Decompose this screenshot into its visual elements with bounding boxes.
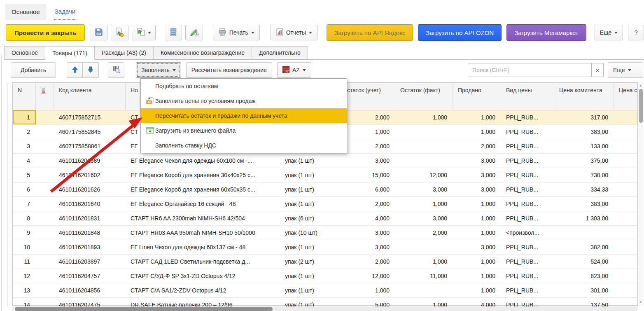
column-header-6[interactable]: Остаток (факт) [395,83,453,110]
cell-stock-fact: 1,000 [395,110,453,124]
cell-client-code: 4610116201640 [54,197,126,211]
document-tab[interactable]: Товары (171) [45,46,95,60]
cell-stock-fact [395,283,453,297]
cell-committent-price: 730,00 [554,168,614,182]
cell-row-number: 9 [13,226,36,240]
more-button-main[interactable]: Еще [595,25,623,40]
cell-package: упак (1 шт) [280,269,338,283]
table-row[interactable]: 12 4610116204757 СТАРТ С/УД-Ф SP 3x1-ZD … [13,269,637,283]
edit-history-button[interactable] [185,25,203,40]
document-tab[interactable]: Расходы (АЗ) (2) [94,46,154,59]
search-clear-button[interactable]: × [591,63,604,77]
register-button[interactable] [165,25,182,40]
menu-item[interactable]: Заполнить ставку НДС [141,138,347,153]
menu-item-label: Загрузить из внешнего файла [155,127,236,134]
vertical-scroll-thumb[interactable] [639,89,643,123]
az-label: AZ [292,67,300,73]
scroll-up-icon[interactable]: ▲ [638,83,644,88]
cell-client-code: 4607175852715 [54,110,126,124]
calculate-fee-button[interactable]: Рассчитать вознаграждение [186,62,272,78]
menu-item[interactable]: Пересчитать остаток и продажи по данным … [141,108,347,123]
post-document-button[interactable] [111,25,128,40]
column-header-0[interactable]: N [13,83,36,110]
column-header-8[interactable]: Вид цены [501,83,554,110]
window-edge-line [1,55,2,311]
document-tab[interactable]: Дополнительно [252,46,308,59]
az-sort-button[interactable]: AZ AZ [277,62,311,78]
cell-client-code: 4607175858861 [54,139,126,153]
cell-nomenclature: СТАРТ HR03 AAA 950mah NIMH-SH10 50/1000 [126,226,280,240]
cell-nomenclature: ЕГ Elegance Органайзер 16 секций - 48 [126,197,280,211]
cell-stock-fact: 11,000 [395,269,453,283]
horizontal-scrollbar[interactable] [12,306,638,311]
cell-price-type: РРЦ_RUB... [501,240,554,254]
cell-sold: 1,000 [453,211,501,225]
scroll-down-icon[interactable]: ▼ [638,300,644,305]
table-row[interactable]: 9 4610116201848 СТАРТ HR03 AAA 950mah NI… [13,226,637,240]
cell-client-code: 4610116204757 [54,269,126,283]
cell-stock-fact: 3,000 [395,211,453,225]
table-row[interactable]: 10 4610116201893 ЕГ Linen Чехол для одеж… [13,240,637,255]
edit-history-icon [189,27,199,38]
move-down-button[interactable] [83,62,99,78]
cell-client-code: 4610116204856 [54,283,126,297]
table-row[interactable]: 11 4610116203897 СТАРТ САД 1LED Светильн… [13,255,637,269]
save-button[interactable] [90,25,107,40]
cell-doc-status [36,269,54,283]
cell-price-extra [614,255,637,269]
table-row[interactable]: 7 4610116201640 ЕГ Elegance Органайзер 1… [13,197,637,211]
cell-committent-price: 133,00 [554,139,614,153]
nav-tab[interactable]: Основное [5,4,47,20]
table-row[interactable]: 4 4610116201589 ЕГ Elegance Чехол для од… [13,154,637,168]
document-tabbar: ОсновноеТовары (171)Расходы (АЗ) (2)Коми… [4,46,644,60]
table-row[interactable]: 13 4610116204856 СТАРТ C/A SA1/2-ZDV Oct… [13,283,637,298]
cell-package: упак (1 шт) [280,154,338,168]
fill-button[interactable]: Заполнить [136,62,181,78]
create-based-on-button[interactable] [132,25,156,40]
move-up-button[interactable] [67,62,83,78]
menu-item[interactable]: Загрузить из внешнего файла [141,123,347,138]
horizontal-scroll-thumb[interactable] [15,307,273,311]
cell-price-type: РРЦ_RUB... [501,283,554,297]
search-group: × [468,63,604,77]
load-megamarket-button[interactable]: Загрузить Мегамаркет [506,24,586,41]
load-yandex-api-button[interactable]: Загрузить по API Яндекс [327,24,413,41]
more-button-table[interactable]: Еще [608,62,643,78]
table-row[interactable]: 6 4610116201626 ЕГ Elegance Короб для хр… [13,182,637,197]
cell-stock-fact: 3,000 [395,182,453,196]
cell-doc-status [36,125,54,139]
cell-row-number: 8 [13,211,36,225]
cell-price-extra [614,182,637,196]
menu-item[interactable]: 1.11 Заполнить цены по условиям продаж [141,94,347,108]
search-input[interactable] [468,63,591,77]
doc-status-column-icon[interactable] [36,83,54,110]
cell-price-type: РРЦ_RUB... [501,110,554,124]
column-header-2[interactable]: Код клиента [54,83,126,110]
column-header-9[interactable]: Цена комитента [554,83,614,110]
table-row[interactable]: 5 4610116201602 ЕГ Elegance Короб для хр… [13,168,637,182]
menu-item[interactable]: Подобрать по остаткам [141,79,347,94]
reports-button[interactable]: Отчеты [271,25,317,40]
add-row-button[interactable]: Добавить [11,62,56,78]
cell-package: упак (1 шт) [280,182,338,196]
column-header-7[interactable]: Продано [453,83,501,110]
document-tab[interactable]: Комиссионное вознаграждение [153,46,252,59]
help-button[interactable]: ? [628,25,644,40]
post-and-close-button[interactable]: Провести и закрыть [6,24,85,41]
cell-committent-price: 334,33 [554,182,614,196]
vertical-scrollbar[interactable]: ▲ ▼ [638,82,644,306]
cell-sold: 3,000 [453,168,501,182]
cell-row-number: 3 [13,139,36,153]
cell-price-type: РРЦ_RUB... [501,168,554,182]
cell-doc-status [36,240,54,254]
cell-doc-status [36,139,54,153]
menu-item-label: Заполнить цены по условиям продаж [155,98,256,104]
nav-tab[interactable]: Задачи [54,3,76,20]
print-button[interactable]: Печать [213,25,260,40]
document-tab[interactable]: Основное [4,46,45,59]
barcode-scan-button[interactable] [108,62,124,78]
cell-row-number: 7 [13,197,36,211]
load-ozon-api-button[interactable]: Загрузить по API OZON [418,24,502,41]
column-header-10[interactable]: Цена с [614,83,637,110]
table-row[interactable]: 8 4610116201831 СТАРТ HR6 AA 2300mah NIM… [13,211,637,226]
